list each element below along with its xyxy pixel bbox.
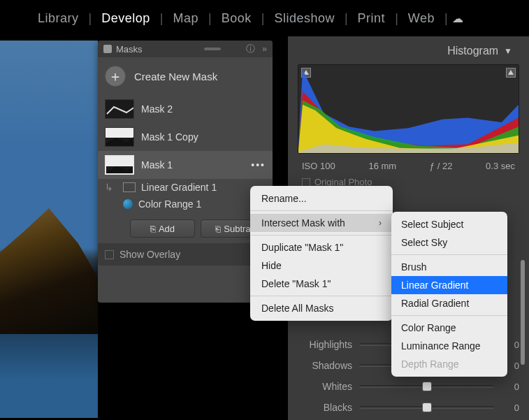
exif-focal: 16 mm: [368, 161, 396, 171]
submenu-select-subject[interactable]: Select Subject: [391, 215, 507, 233]
color-range-icon: [123, 199, 133, 209]
menu-delete-all[interactable]: Delete All Masks: [250, 299, 393, 317]
masks-panel-header[interactable]: Masks ⓘ »: [98, 41, 273, 57]
exif-row: ISO 100 16 mm ƒ / 22 0.3 sec: [288, 158, 529, 177]
histogram-chart: [298, 65, 519, 153]
mask-name: Mask 2: [141, 103, 173, 115]
add-icon: ⎘: [150, 224, 156, 234]
drag-handle-icon[interactable]: [204, 48, 221, 50]
collapse-icon: ▼: [504, 46, 512, 56]
component-label: Color Range 1: [138, 198, 201, 210]
exif-shutter: 0.3 sec: [486, 161, 515, 171]
histogram[interactable]: [298, 64, 519, 154]
histogram-title: Histogram: [447, 45, 498, 57]
cloud-sync-icon[interactable]: ☁: [452, 12, 463, 25]
menu-duplicate[interactable]: Duplicate "Mask 1": [250, 238, 393, 256]
submenu-luminance-range[interactable]: Luminance Range: [391, 337, 507, 355]
masks-icon: [103, 45, 112, 53]
chevron-right-icon: ›: [379, 218, 382, 228]
photo-preview[interactable]: [0, 41, 98, 418]
show-overlay-checkbox[interactable]: [105, 250, 114, 259]
mask-component[interactable]: Linear Gradient 1: [98, 179, 273, 196]
component-branch-icon: ↳: [105, 182, 113, 193]
module-map[interactable]: Map: [163, 11, 208, 26]
submenu-brush[interactable]: Brush: [391, 258, 507, 276]
submenu-select-sky[interactable]: Select Sky: [391, 233, 507, 252]
mask-component[interactable]: Color Range 1: [98, 196, 273, 212]
mask-thumbnail: [105, 155, 134, 175]
module-slideshow[interactable]: Slideshow: [264, 11, 345, 26]
svg-rect-0: [106, 128, 134, 138]
submenu-depth-range: Depth Range: [391, 355, 507, 373]
scrollbar[interactable]: [521, 260, 525, 365]
original-photo-checkbox[interactable]: [302, 178, 310, 187]
submenu-radial-gradient[interactable]: Radial Gradient: [391, 294, 507, 312]
mask-context-menu: Rename... Intersect Mask with› Duplicate…: [250, 186, 393, 321]
create-mask-label: Create New Mask: [134, 71, 217, 82]
exif-iso: ISO 100: [302, 161, 335, 171]
module-picker: Library| Develop| Map| Book| Slideshow| …: [0, 0, 529, 36]
collapse-icon[interactable]: »: [262, 44, 267, 54]
mask-item[interactable]: Mask 2: [98, 95, 273, 123]
plus-icon: ＋: [105, 66, 126, 87]
module-web[interactable]: Web: [398, 11, 444, 26]
module-library[interactable]: Library: [28, 11, 89, 26]
exif-aperture: ƒ / 22: [430, 161, 453, 171]
component-label: Linear Gradient 1: [141, 182, 217, 193]
subtract-icon: ⎗: [215, 224, 221, 234]
info-icon[interactable]: ⓘ: [246, 43, 255, 55]
menu-intersect[interactable]: Intersect Mask with›: [250, 214, 393, 232]
slider-blacks[interactable]: Blacks0: [298, 397, 519, 418]
linear-gradient-icon: [123, 182, 136, 192]
histogram-header[interactable]: Histogram ▼: [288, 41, 529, 64]
show-overlay-label: Show Overlay: [119, 249, 180, 260]
mask-thumbnail: [105, 127, 134, 147]
add-component-button[interactable]: ⎘Add: [130, 219, 195, 238]
intersect-submenu: Select Subject Select Sky Brush Linear G…: [391, 212, 507, 377]
masks-panel: Masks ⓘ » ＋ Create New Mask Mask 2 Mask …: [98, 41, 273, 303]
mask-name: Mask 1 Copy: [141, 131, 198, 143]
show-overlay-row[interactable]: Show Overlay: [98, 243, 273, 266]
masks-title: Masks: [116, 44, 143, 55]
mask-name: Mask 1: [141, 159, 173, 171]
submenu-linear-gradient[interactable]: Linear Gradient: [391, 276, 507, 294]
module-print[interactable]: Print: [348, 11, 396, 26]
submenu-color-range[interactable]: Color Range: [391, 319, 507, 337]
mask-item[interactable]: Mask 1 •••: [98, 151, 273, 179]
menu-rename[interactable]: Rename...: [250, 189, 393, 208]
module-develop[interactable]: Develop: [92, 11, 160, 26]
mask-thumbnail: [105, 99, 134, 119]
mask-more-icon[interactable]: •••: [251, 159, 266, 171]
svg-rect-1: [106, 157, 134, 166]
module-book[interactable]: Book: [212, 11, 261, 26]
slider-whites[interactable]: Whites0: [298, 376, 519, 397]
create-new-mask[interactable]: ＋ Create New Mask: [98, 57, 273, 95]
mask-item[interactable]: Mask 1 Copy: [98, 123, 273, 151]
menu-delete[interactable]: Delete "Mask 1": [250, 275, 393, 293]
menu-hide[interactable]: Hide: [250, 256, 393, 275]
